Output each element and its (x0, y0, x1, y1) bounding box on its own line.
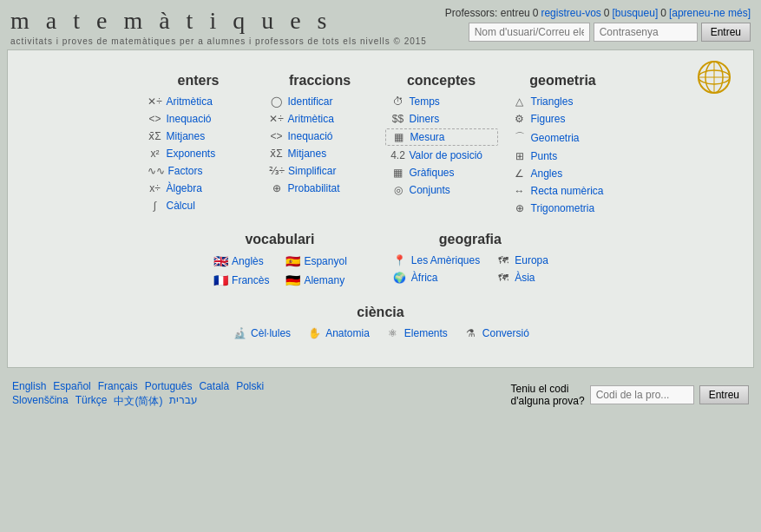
cell-link[interactable]: Cèl·lules (251, 327, 291, 339)
list-item[interactable]: ∿∿ Factors (142, 163, 255, 179)
list-item[interactable]: 🗺 Europa (490, 253, 554, 268)
list-item[interactable]: 🇪🇸 Espanyol (279, 253, 351, 270)
conj-link[interactable]: Conjunts (410, 184, 450, 196)
geografia-section: geografia 📍 Les Amèriques 🌍 Àfrica 🗺 (387, 232, 554, 291)
ang-link[interactable]: Angles (531, 167, 563, 180)
list-item[interactable]: x÷ Àlgebra (142, 181, 255, 196)
conv-link[interactable]: Conversió (482, 327, 529, 339)
graf-link[interactable]: Gràfiques (410, 167, 455, 179)
professors-label: Professors: entreu (445, 7, 530, 19)
list-item[interactable]: ⊕ Trigonometria (507, 200, 620, 216)
list-item[interactable]: ⏱ Temps (385, 94, 498, 109)
lang-slovenscina[interactable]: Slovenščina (12, 394, 69, 409)
list-item[interactable]: 🇩🇪 Alemany (279, 272, 351, 289)
lang-portugues[interactable]: Português (145, 380, 193, 392)
list-item[interactable]: ↔ Recta numèrica (507, 183, 620, 199)
fig-link[interactable]: Figures (531, 113, 566, 125)
valpos-link[interactable]: Valor de posició (410, 149, 483, 161)
inequ-link[interactable]: Inequació (167, 113, 212, 125)
list-item[interactable]: ✕÷ Aritmètica (264, 111, 377, 127)
geo-link[interactable]: Geometria (531, 132, 580, 144)
alg-link[interactable]: Àlgebra (167, 182, 202, 194)
recta-link[interactable]: Recta numèrica (531, 185, 604, 197)
list-item[interactable]: ▦ Mesura (385, 128, 498, 146)
graf-icon: ▦ (390, 167, 406, 179)
exp-link[interactable]: Exponents (167, 148, 216, 160)
list-item[interactable]: ∫ Càlcul (142, 198, 255, 213)
list-item[interactable]: ⅔÷ Simplificar (264, 163, 377, 179)
list-item[interactable]: 4.2 Valor de posició (385, 148, 498, 163)
list-item[interactable]: ◯ Identificar (264, 94, 377, 109)
punts-icon: ⊞ (512, 150, 528, 162)
list-item[interactable]: 📍 Les Amèriques (387, 253, 485, 268)
asia-link[interactable]: Àsia (515, 272, 535, 284)
list-item[interactable]: $$ Diners (385, 111, 498, 127)
ameriques-link[interactable]: Les Amèriques (411, 254, 480, 266)
registreu-link[interactable]: registreu-vos (541, 7, 600, 19)
diners-link[interactable]: Diners (410, 113, 440, 125)
list-item[interactable]: 🇫🇷 Francès (207, 272, 274, 289)
list-item[interactable]: ⊕ Probabilitat (264, 181, 377, 196)
lang-chinese[interactable]: 中文(简体) (114, 394, 162, 409)
list-item[interactable]: ✋ Anatomia (301, 325, 375, 341)
list-item[interactable]: <> Inequació (142, 111, 255, 127)
fact-link[interactable]: Factors (168, 165, 203, 177)
frances-link[interactable]: Francès (232, 274, 269, 286)
lang-catala[interactable]: Català (199, 380, 229, 392)
list-item[interactable]: <> Inequació (264, 128, 377, 144)
inequ2-link[interactable]: Inequació (288, 130, 333, 142)
ident-link[interactable]: Identificar (288, 95, 333, 108)
list-item[interactable]: 🇬🇧 Anglès (207, 253, 274, 270)
prob-link[interactable]: Probabilitat (288, 182, 340, 194)
mitj-link[interactable]: Mitjanes (167, 130, 206, 142)
elem-link[interactable]: Elements (404, 327, 448, 339)
username-input[interactable] (469, 23, 590, 42)
header: m a t e m à t i q u e s activitats i pro… (0, 0, 761, 49)
code-enter-button[interactable]: Entreu (699, 385, 749, 404)
tri-link[interactable]: Triangles (531, 95, 574, 108)
arith-link[interactable]: Aritmètica (167, 95, 213, 108)
list-item[interactable]: ⊞ Punts (507, 148, 620, 164)
lang-francais[interactable]: Français (98, 380, 138, 392)
list-item[interactable]: ▦ Gràfiques (385, 165, 498, 181)
footer-languages: English Español Français Português Catal… (12, 380, 264, 409)
list-item[interactable]: △ Triangles (507, 94, 620, 109)
code-input[interactable] (590, 385, 694, 404)
lang-english[interactable]: English (12, 380, 46, 392)
list-item[interactable]: 🌍 Àfrica (387, 270, 485, 286)
trig-link[interactable]: Trigonometria (531, 202, 595, 214)
list-item[interactable]: ◎ Conjunts (385, 182, 498, 198)
list-item[interactable]: ∠ Angles (507, 166, 620, 181)
anglès-link[interactable]: Anglès (232, 255, 264, 267)
list-item[interactable]: ⚛ Elements (380, 325, 453, 341)
temps-link[interactable]: Temps (410, 95, 440, 108)
lang-turkce[interactable]: Türkçe (75, 394, 108, 409)
alemany-link[interactable]: Alemany (304, 274, 344, 286)
lang-hebrew[interactable]: עברית (169, 394, 198, 409)
mitj2-link[interactable]: Mitjanes (288, 148, 327, 160)
list-item[interactable]: x̄Σ Mitjanes (264, 146, 377, 161)
calc-link[interactable]: Càlcul (167, 200, 195, 212)
apreneu-link[interactable]: [apreneu-ne més] (669, 7, 751, 19)
login-button[interactable]: Entreu (701, 23, 751, 42)
list-item[interactable]: ⌒ Geometria (507, 128, 620, 147)
punts-link[interactable]: Punts (531, 150, 558, 162)
list-item[interactable]: ⚗ Conversió (458, 325, 535, 341)
password-input[interactable] (594, 23, 698, 42)
list-item[interactable]: x² Exponents (142, 146, 255, 161)
list-item[interactable]: ✕÷ Aritmètica (142, 94, 255, 109)
list-item[interactable]: 🗺 Àsia (490, 270, 554, 286)
africa-link[interactable]: Àfrica (411, 272, 438, 284)
lang-polski[interactable]: Polski (236, 380, 264, 392)
lang-espanol[interactable]: Español (53, 380, 90, 392)
europa-link[interactable]: Europa (515, 254, 548, 266)
list-item[interactable]: x̄Σ Mitjanes (142, 128, 255, 144)
busqueu-link[interactable]: [busqueu] (613, 7, 659, 19)
list-item[interactable]: 🔬 Cèl·lules (226, 325, 296, 341)
espanyol-link[interactable]: Espanyol (304, 255, 346, 267)
list-item[interactable]: ⚙ Figures (507, 111, 620, 127)
arith2-link[interactable]: Aritmètica (288, 113, 334, 125)
simpl-link[interactable]: Simplificar (288, 165, 336, 177)
anat-link[interactable]: Anatomia (325, 327, 370, 339)
mesura-link[interactable]: Mesura (410, 131, 445, 143)
